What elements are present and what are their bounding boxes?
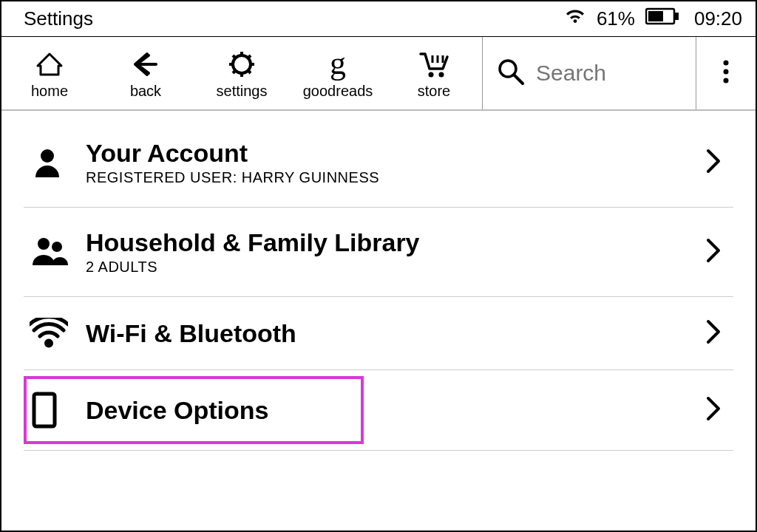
store-button[interactable]: store: [386, 37, 482, 109]
chevron-right-icon: [699, 148, 727, 177]
tablet-icon: [30, 391, 86, 429]
row-title: Device Options: [86, 396, 699, 425]
gear-icon: [227, 47, 257, 81]
svg-point-23: [41, 149, 54, 163]
svg-point-22: [724, 78, 729, 83]
wifi-icon: [564, 7, 586, 30]
search-input[interactable]: [536, 61, 682, 86]
svg-point-25: [52, 242, 62, 252]
row-subtitle: 2 ADULTS: [86, 259, 699, 276]
goodreads-icon: g: [323, 47, 353, 81]
settings-label: settings: [217, 83, 268, 100]
svg-point-14: [439, 72, 444, 77]
goodreads-button[interactable]: g goodreads: [290, 37, 386, 109]
overflow-menu-button[interactable]: [696, 37, 756, 109]
svg-rect-2: [648, 11, 663, 21]
row-device-options[interactable]: Device Options: [24, 370, 733, 451]
wifi-icon: [30, 318, 86, 349]
people-icon: [30, 234, 86, 270]
goodreads-label: goodreads: [303, 83, 373, 100]
search-icon: [496, 57, 526, 89]
status-bar: Settings 61% 09:20: [1, 1, 756, 37]
clock-time: 09:20: [690, 7, 742, 30]
row-your-account[interactable]: Your Account REGISTERED USER: HARRY GUIN…: [24, 118, 733, 208]
toolbar: home back settings g goodreads store: [1, 37, 756, 111]
search-box[interactable]: [482, 37, 696, 109]
row-subtitle: REGISTERED USER: HARRY GUINNESS: [86, 169, 699, 186]
svg-line-8: [233, 55, 236, 58]
back-label: back: [130, 83, 161, 100]
svg-line-9: [248, 70, 251, 73]
svg-line-11: [248, 55, 251, 58]
svg-point-13: [429, 72, 434, 77]
settings-list: Your Account REGISTERED USER: HARRY GUIN…: [1, 111, 756, 451]
svg-line-10: [233, 70, 236, 73]
home-label: home: [31, 83, 68, 100]
svg-point-24: [38, 238, 50, 250]
svg-rect-1: [675, 13, 679, 20]
store-label: store: [418, 83, 450, 100]
svg-line-19: [515, 75, 523, 83]
screen-title: Settings: [24, 7, 564, 30]
back-arrow-icon: [131, 47, 160, 81]
settings-button[interactable]: settings: [194, 37, 290, 109]
svg-point-26: [47, 341, 52, 346]
chevron-right-icon: [699, 318, 727, 348]
svg-rect-27: [34, 394, 55, 426]
back-button[interactable]: back: [98, 37, 194, 109]
row-title: Your Account: [86, 139, 699, 168]
svg-point-21: [724, 69, 729, 75]
row-household[interactable]: Household & Family Library 2 ADULTS: [24, 208, 733, 297]
more-vertical-icon: [722, 57, 730, 89]
battery-icon: [645, 7, 679, 30]
chevron-right-icon: [699, 395, 727, 425]
row-wifi-bluetooth[interactable]: Wi-Fi & Bluetooth: [24, 297, 733, 370]
svg-text:g: g: [330, 47, 346, 81]
person-icon: [30, 145, 86, 180]
row-title: Wi-Fi & Bluetooth: [86, 319, 699, 348]
svg-point-20: [724, 61, 729, 66]
home-icon: [35, 47, 64, 81]
home-button[interactable]: home: [1, 37, 98, 109]
cart-icon: [418, 47, 450, 81]
row-title: Household & Family Library: [86, 228, 699, 257]
chevron-right-icon: [699, 237, 727, 267]
battery-percent: 61%: [597, 7, 635, 30]
